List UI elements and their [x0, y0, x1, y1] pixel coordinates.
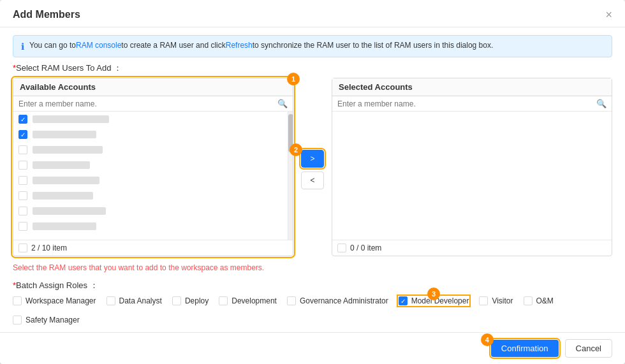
role-checkbox-oam[interactable] [524, 296, 533, 305]
available-panel-header: Available Accounts [13, 78, 293, 96]
role-label-model-developer: Model Developer [411, 296, 469, 305]
scrollbar-track[interactable] [288, 112, 293, 240]
item-label-4 [33, 161, 90, 169]
roles-label: *Batch Assign Roles ： [13, 280, 612, 291]
role-label-workspace-manager: Workspace Manager [26, 296, 96, 305]
role-workspace-manager[interactable]: Workspace Manager [13, 296, 96, 305]
role-label-oam: O&M [536, 296, 554, 305]
item-checkbox-1[interactable] [18, 115, 27, 124]
role-data-analyst[interactable]: Data Analyst [107, 296, 162, 305]
available-panel-footer: 2 / 10 item [13, 240, 293, 256]
item-label-1 [33, 115, 109, 123]
modal-footer: Confirmation 4 Cancel [0, 332, 625, 364]
list-item[interactable] [13, 173, 288, 188]
select-section-label: *Select RAM Users To Add ： [0, 62, 625, 78]
transfer-buttons: > 2 < [293, 78, 332, 261]
step-badge-4: 4 [481, 333, 494, 346]
role-label-safety-manager: Safety Manager [26, 316, 80, 324]
selected-search-input[interactable] [337, 99, 596, 108]
transfer-backward-button[interactable]: < [301, 171, 324, 189]
item-checkbox-2[interactable] [18, 130, 27, 139]
item-checkbox-5[interactable] [18, 176, 27, 185]
item-checkbox-8[interactable] [18, 222, 27, 231]
item-label-8 [33, 222, 96, 230]
selected-panel-wrapper: Selected Accounts 🔍 0 / 0 item [332, 78, 612, 261]
selected-list-area [332, 112, 612, 240]
confirm-button[interactable]: Confirmation [491, 340, 559, 357]
refresh-link[interactable]: Refresh [226, 41, 253, 50]
list-item[interactable] [13, 127, 288, 142]
role-label-deploy: Deploy [185, 296, 209, 305]
info-text: You can go toRAM consoleto create a RAM … [29, 41, 493, 50]
step-badge-2: 2 [290, 143, 302, 156]
item-checkbox-7[interactable] [18, 207, 27, 215]
selected-panel-header: Selected Accounts [332, 78, 612, 96]
modal-header: Add Members × [0, 0, 625, 27]
confirm-button-wrapper: Confirmation 4 [491, 340, 559, 357]
role-label-development: Development [232, 296, 277, 305]
role-checkbox-deploy[interactable] [172, 296, 181, 305]
available-panel-wrapper: Available Accounts 🔍 [13, 78, 293, 261]
accounts-row: Available Accounts 🔍 [0, 78, 625, 261]
list-item[interactable] [13, 219, 288, 234]
list-item[interactable] [13, 188, 288, 203]
list-item[interactable] [13, 112, 288, 127]
item-checkbox-6[interactable] [18, 191, 27, 200]
list-item[interactable] [13, 203, 288, 219]
role-governance-administrator[interactable]: Governance Administrator [287, 296, 388, 305]
role-visitor[interactable]: Visitor [479, 296, 513, 305]
role-checkbox-development[interactable] [219, 296, 228, 305]
item-label-2 [33, 131, 96, 138]
ram-console-link[interactable]: RAM console [76, 41, 121, 50]
role-oam[interactable]: O&M [524, 296, 554, 305]
available-search-input[interactable] [18, 99, 277, 108]
item-label-7 [33, 207, 106, 215]
available-list-area [13, 112, 293, 240]
close-icon[interactable]: × [605, 9, 612, 20]
available-footer-checkbox[interactable] [18, 244, 27, 252]
step-badge-3: 3 [427, 288, 440, 300]
transfer-forward-button[interactable]: > [301, 150, 324, 168]
add-members-modal: Add Members × ℹ You can go toRAM console… [0, 0, 625, 364]
role-checkbox-data-analyst[interactable] [107, 296, 115, 305]
role-label-governance-administrator: Governance Administrator [300, 296, 388, 305]
selected-footer-checkbox[interactable] [337, 244, 346, 252]
available-accounts-panel: Available Accounts 🔍 [13, 78, 293, 256]
item-checkbox-4[interactable] [18, 161, 27, 170]
list-item[interactable] [13, 157, 288, 173]
role-checkbox-governance-administrator[interactable] [287, 296, 296, 305]
role-label-data-analyst: Data Analyst [119, 296, 162, 305]
selected-search-icon: 🔍 [596, 99, 607, 108]
list-item[interactable] [13, 142, 288, 157]
role-deploy[interactable]: Deploy [172, 296, 209, 305]
info-icon: ℹ [21, 41, 24, 52]
role-checkbox-safety-manager[interactable] [13, 316, 22, 324]
info-bar: ℹ You can go toRAM consoleto create a RA… [13, 35, 612, 57]
cancel-button[interactable]: Cancel [565, 339, 612, 358]
role-safety-manager[interactable]: Safety Manager [13, 316, 80, 324]
item-label-3 [33, 146, 103, 154]
selected-accounts-panel: Selected Accounts 🔍 0 / 0 item [332, 78, 612, 256]
roles-row: Workspace Manager Data Analyst Deploy De… [13, 296, 612, 324]
item-label-5 [33, 177, 99, 184]
item-label-6 [33, 192, 93, 200]
role-development[interactable]: Development [219, 296, 277, 305]
role-checkbox-model-developer[interactable] [399, 296, 408, 305]
selected-search-box[interactable]: 🔍 [332, 96, 612, 112]
step-badge-1: 1 [287, 73, 300, 85]
role-model-developer[interactable]: Model Developer 3 [399, 296, 469, 305]
role-checkbox-visitor[interactable] [479, 296, 488, 305]
modal-title: Add Members [13, 9, 80, 20]
roles-section: *Batch Assign Roles ： Workspace Manager … [0, 275, 625, 332]
item-checkbox-3[interactable] [18, 145, 27, 154]
available-search-icon: 🔍 [277, 99, 288, 108]
role-label-visitor: Visitor [492, 296, 513, 305]
available-search-box[interactable]: 🔍 [13, 96, 293, 112]
error-message: Select the RAM users that you want to ad… [0, 261, 625, 275]
role-checkbox-workspace-manager[interactable] [13, 296, 22, 305]
selected-panel-footer: 0 / 0 item [332, 240, 612, 256]
